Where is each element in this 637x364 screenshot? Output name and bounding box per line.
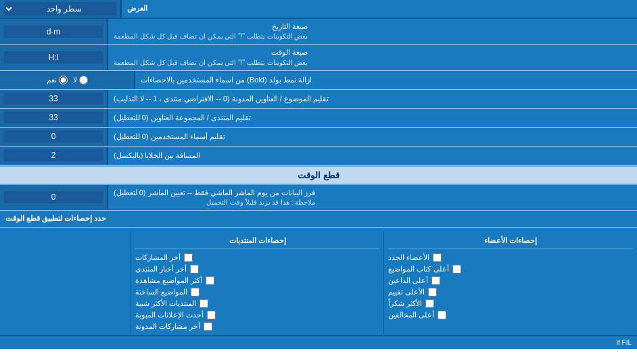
date-format-input-container: d-m xyxy=(0,19,108,44)
checkbox-col-empty xyxy=(0,232,131,335)
time-format-input-container: H:i xyxy=(0,45,108,70)
stats-apply-label: حدد إحصاءات لتطبيق قطع الوقت xyxy=(0,211,637,226)
bold-remove-no-radio[interactable] xyxy=(79,76,88,84)
checkbox-top-violators-label: أعلى المخالفين xyxy=(388,311,434,319)
checkbox-most-thanked-input[interactable] xyxy=(425,299,434,308)
checkbox-new-members: الأعضاء الجدد xyxy=(388,252,633,263)
checkboxes-columns: إحصاءات المنتديات أخر المشاركات أخر أخبا… xyxy=(0,232,637,335)
bold-remove-no-label[interactable]: لا xyxy=(73,76,88,84)
checkbox-top-inviters: أعلى الداعين xyxy=(388,275,633,286)
checkbox-forum-news-label: أخر أخبار المنتدى xyxy=(135,265,187,274)
checkbox-popular-forums-input[interactable] xyxy=(199,299,208,308)
bottom-note: If FIL xyxy=(0,335,637,349)
checkbox-top-topic-writers: أعلى كتاب المواضيع xyxy=(388,263,633,275)
checkbox-top-violators: أعلى المخالفين xyxy=(388,309,633,321)
checkbox-col-forums-header: إحصاءات المنتديات xyxy=(135,234,380,249)
checkbox-last-posts-input[interactable] xyxy=(184,253,193,262)
realtime-section-header: قطع الوقت xyxy=(0,165,637,185)
display-dropdown[interactable]: سطر واحد سطران ثلاثة أسطر xyxy=(4,2,116,16)
topic-title-trim-row: تقليم الموضوع / العناوين المدونة (0 -- ا… xyxy=(0,90,637,109)
topic-title-trim-input[interactable]: 33 xyxy=(4,93,103,105)
forum-title-trim-input[interactable]: 33 xyxy=(4,111,103,124)
section-title: العرض xyxy=(122,0,637,18)
checkbox-top-inviters-input[interactable] xyxy=(431,276,440,285)
checkbox-top-rated: الأعلى تقييم xyxy=(388,286,633,298)
checkboxes-section: إحصاءات المنتديات أخر المشاركات أخر أخبا… xyxy=(0,228,637,335)
bold-remove-yes-label[interactable]: نعم xyxy=(47,76,68,84)
topic-title-trim-input-container: 33 xyxy=(0,90,108,108)
date-format-label: صيغة التاريخ بعض التكوينات يتطلب "/" الت… xyxy=(108,19,637,44)
checkbox-most-viewed: أكثر المواضيع مشاهدة xyxy=(135,275,380,286)
realtime-filter-input-container: 0 xyxy=(0,185,108,210)
cell-padding-input[interactable]: 2 xyxy=(4,149,103,161)
checkbox-col-members: إحصاءات الأعضاء الأعضاء الجدد أعلى كتاب … xyxy=(384,232,637,335)
checkbox-col-members-header: إحصاءات الأعضاء xyxy=(388,234,633,249)
forum-title-trim-input-container: 33 xyxy=(0,109,108,127)
checkbox-popular-forums-label: المنتديات الأكثر شبية xyxy=(135,299,196,308)
bold-remove-label: ازالة نمط بولد (Bold) من اسماء المستخدمي… xyxy=(135,71,637,89)
checkbox-hot-topics-label: المواضيع الساخنة xyxy=(135,288,187,296)
checkbox-forum-news: أخر أخبار المنتدى xyxy=(135,263,380,275)
cell-padding-row: المسافة بين الخلايا (بالبكسل) 2 xyxy=(0,147,637,165)
checkbox-forum-news-input[interactable] xyxy=(190,265,199,274)
checkbox-popular-forums: المنتديات الأكثر شبية xyxy=(135,298,380,309)
checkbox-classifieds-input[interactable] xyxy=(207,311,216,319)
checkbox-last-posts: أخر المشاركات xyxy=(135,252,380,263)
checkbox-col-forums: إحصاءات المنتديات أخر المشاركات أخر أخبا… xyxy=(131,232,385,335)
checkbox-top-rated-input[interactable] xyxy=(428,288,437,296)
username-trim-row: تقليم أسماء المستخدمين (0 للتعطيل) 0 xyxy=(0,128,637,147)
checkbox-most-viewed-label: أكثر المواضيع مشاهدة xyxy=(135,276,202,285)
checkbox-blog-posts: أخر مشاركات المدونة xyxy=(135,321,380,332)
checkbox-top-topic-writers-input[interactable] xyxy=(452,265,461,274)
checkbox-last-posts-label: أخر المشاركات xyxy=(135,253,181,262)
checkbox-classifieds-label: أحدث الإعلانات المبوبة xyxy=(135,311,204,319)
username-trim-input[interactable]: 0 xyxy=(4,130,103,142)
checkbox-blog-posts-input[interactable] xyxy=(204,322,212,331)
checkbox-top-inviters-label: أعلى الداعين xyxy=(388,276,428,285)
username-trim-label: تقليم أسماء المستخدمين (0 للتعطيل) xyxy=(108,128,637,146)
forum-title-trim-label: تقليم المنتدى / المجموعة العناوين (0 للت… xyxy=(108,109,637,127)
time-format-input[interactable]: H:i xyxy=(4,51,103,63)
bottom-note-text: If FIL xyxy=(616,339,632,346)
bold-remove-yes-radio[interactable] xyxy=(59,76,68,84)
forum-title-trim-row: تقليم المنتدى / المجموعة العناوين (0 للت… xyxy=(0,109,637,128)
time-format-row: صيغة الوقت بعض التكوينات يتطلب "/" التي … xyxy=(0,45,637,70)
cell-padding-input-container: 2 xyxy=(0,147,108,165)
checkbox-classifieds: أحدث الإعلانات المبوبة xyxy=(135,309,380,321)
display-dropdown-container: سطر واحد سطران ثلاثة أسطر xyxy=(0,0,122,18)
checkbox-new-members-label: الأعضاء الجدد xyxy=(388,253,429,262)
checkbox-new-members-input[interactable] xyxy=(433,253,442,262)
time-format-label: صيغة الوقت بعض التكوينات يتطلب "/" التي … xyxy=(108,45,637,70)
realtime-filter-input[interactable]: 0 xyxy=(4,191,103,203)
checkbox-top-violators-input[interactable] xyxy=(438,311,446,319)
checkbox-most-thanked-label: الأكثر شكراً xyxy=(388,299,422,308)
checkbox-hot-topics-input[interactable] xyxy=(191,288,199,296)
stats-apply-row: حدد إحصاءات لتطبيق قطع الوقت xyxy=(0,211,637,227)
checkbox-top-topic-writers-label: أعلى كتاب المواضيع xyxy=(388,265,448,274)
cell-padding-label: المسافة بين الخلايا (بالبكسل) xyxy=(108,147,637,165)
checkbox-most-thanked: الأكثر شكراً xyxy=(388,298,633,309)
checkbox-blog-posts-label: أخر مشاركات المدونة xyxy=(135,322,200,331)
realtime-filter-label: فرز البيانات من يوم الماشر الماشي فقط --… xyxy=(108,185,637,210)
topic-title-trim-label: تقليم الموضوع / العناوين المدونة (0 -- ا… xyxy=(108,90,637,108)
checkbox-most-viewed-input[interactable] xyxy=(206,276,214,285)
checkbox-top-rated-label: الأعلى تقييم xyxy=(388,288,425,296)
realtime-filter-row: فرز البيانات من يوم الماشر الماشي فقط --… xyxy=(0,185,637,211)
bold-remove-row: ازالة نمط بولد (Bold) من اسماء المستخدمي… xyxy=(0,71,637,90)
date-format-input[interactable]: d-m xyxy=(4,26,103,38)
username-trim-input-container: 0 xyxy=(0,128,108,146)
date-format-row: صيغة التاريخ بعض التكوينات يتطلب "/" الت… xyxy=(0,19,637,45)
bold-remove-radio-group: نعم لا xyxy=(41,76,93,84)
checkbox-hot-topics: المواضيع الساخنة xyxy=(135,286,380,298)
bold-remove-radio-container: نعم لا xyxy=(0,71,135,89)
